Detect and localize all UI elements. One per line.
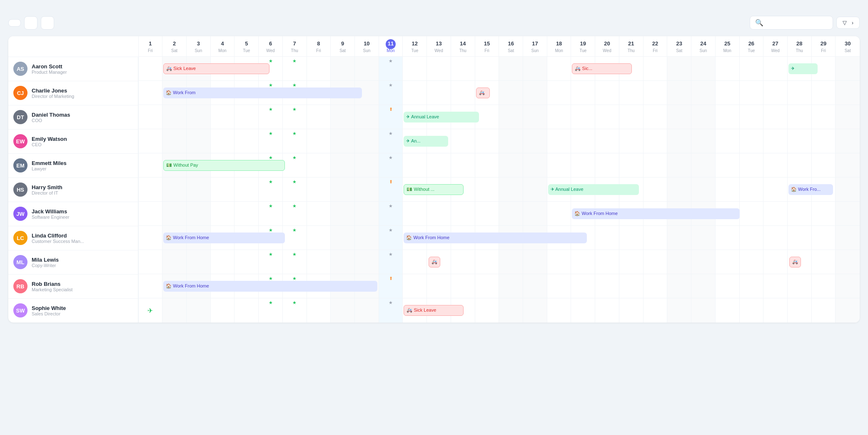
day-cell-emily-watson-16[interactable] xyxy=(499,129,523,153)
day-cell-sophie-white-23[interactable] xyxy=(667,298,691,322)
day-cell-aaron-scott-15[interactable] xyxy=(475,57,499,81)
prev-month-button[interactable] xyxy=(24,16,37,30)
day-cell-emily-watson-24[interactable] xyxy=(691,129,716,153)
day-cell-sophie-white-30[interactable] xyxy=(836,298,860,322)
day-cell-charlie-jones-1[interactable] xyxy=(138,81,162,105)
day-cell-emmett-miles-16[interactable] xyxy=(499,153,523,178)
day-cell-emmett-miles-18[interactable] xyxy=(547,153,571,178)
day-cell-aaron-scott-14[interactable] xyxy=(451,57,475,81)
leave-block-without-pay[interactable]: 💵 Without Pay xyxy=(163,160,285,171)
day-cell-emmett-miles-7[interactable]: ★ xyxy=(282,153,307,178)
day-cell-jack-williams-4[interactable] xyxy=(210,202,234,226)
leave-block-work-from[interactable]: 🏠 Work Fro... xyxy=(788,184,833,195)
day-cell-emmett-miles-23[interactable] xyxy=(667,153,691,178)
day-cell-harry-smith-4[interactable] xyxy=(210,178,234,202)
day-cell-emmett-miles-15[interactable] xyxy=(475,153,499,178)
day-cell-charlie-jones-17[interactable] xyxy=(523,81,547,105)
day-cell-emily-watson-11[interactable]: ★ xyxy=(379,129,403,153)
day-cell-harry-smith-9[interactable] xyxy=(331,178,355,202)
day-cell-jack-williams-28[interactable] xyxy=(787,202,811,226)
day-cell-sophie-white-21[interactable] xyxy=(619,298,643,322)
day-cell-jack-williams-2[interactable] xyxy=(162,202,187,226)
day-cell-jack-williams-19[interactable]: 🏠 Work From Home xyxy=(571,202,595,226)
day-cell-linda-clifford-27[interactable] xyxy=(763,226,788,250)
day-cell-rob-brians-11[interactable]: ⬆ xyxy=(379,274,403,298)
day-cell-mila-lewis-13[interactable]: 🚑 xyxy=(427,250,451,274)
day-cell-aaron-scott-30[interactable] xyxy=(836,57,860,81)
day-cell-emily-watson-9[interactable] xyxy=(331,129,355,153)
day-cell-emily-watson-20[interactable] xyxy=(595,129,619,153)
day-cell-aaron-scott-1[interactable] xyxy=(138,57,162,81)
day-cell-emmett-miles-19[interactable] xyxy=(571,153,595,178)
leave-sick-icon[interactable]: 🚑 xyxy=(429,257,440,268)
day-cell-linda-clifford-12[interactable]: 🏠 Work From Home xyxy=(403,226,427,250)
day-cell-rob-brians-14[interactable] xyxy=(451,274,475,298)
day-cell-daniel-thomas-9[interactable] xyxy=(331,105,355,129)
next-month-button[interactable] xyxy=(41,16,54,30)
day-cell-daniel-thomas-27[interactable] xyxy=(763,105,788,129)
day-cell-linda-clifford-23[interactable] xyxy=(667,226,691,250)
leave-block-work-from[interactable]: 🏠 Work From Home xyxy=(163,281,377,292)
day-cell-mila-lewis-12[interactable] xyxy=(403,250,427,274)
day-cell-jack-williams-30[interactable] xyxy=(836,202,860,226)
day-cell-linda-clifford-28[interactable] xyxy=(787,226,811,250)
day-cell-sophie-white-24[interactable] xyxy=(691,298,716,322)
day-cell-daniel-thomas-18[interactable] xyxy=(547,105,571,129)
day-cell-emily-watson-17[interactable] xyxy=(523,129,547,153)
day-cell-daniel-thomas-17[interactable] xyxy=(523,105,547,129)
day-cell-charlie-jones-21[interactable] xyxy=(619,81,643,105)
day-cell-mila-lewis-24[interactable] xyxy=(691,250,716,274)
day-cell-jack-williams-18[interactable] xyxy=(547,202,571,226)
day-cell-sophie-white-28[interactable] xyxy=(787,298,811,322)
day-cell-aaron-scott-28[interactable]: ✈ xyxy=(787,57,811,81)
day-cell-jack-williams-14[interactable] xyxy=(451,202,475,226)
day-cell-jack-williams-8[interactable] xyxy=(307,202,331,226)
day-cell-mila-lewis-3[interactable] xyxy=(186,250,210,274)
day-cell-mila-lewis-5[interactable] xyxy=(234,250,259,274)
day-cell-emmett-miles-27[interactable] xyxy=(763,153,788,178)
day-cell-emmett-miles-21[interactable] xyxy=(619,153,643,178)
day-cell-mila-lewis-22[interactable] xyxy=(643,250,667,274)
day-cell-mila-lewis-11[interactable]: ★ xyxy=(379,250,403,274)
day-cell-sophie-white-20[interactable] xyxy=(595,298,619,322)
day-cell-rob-brians-20[interactable] xyxy=(595,274,619,298)
day-cell-sophie-white-4[interactable] xyxy=(210,298,234,322)
day-cell-mila-lewis-19[interactable] xyxy=(571,250,595,274)
day-cell-emmett-miles-20[interactable] xyxy=(595,153,619,178)
day-cell-mila-lewis-7[interactable]: ★ xyxy=(282,250,307,274)
day-cell-jack-williams-11[interactable]: ★ xyxy=(379,202,403,226)
day-cell-linda-clifford-9[interactable] xyxy=(331,226,355,250)
day-cell-emily-watson-28[interactable] xyxy=(787,129,811,153)
day-cell-harry-smith-27[interactable] xyxy=(763,178,788,202)
day-cell-linda-clifford-22[interactable] xyxy=(643,226,667,250)
search-input[interactable] xyxy=(766,20,828,26)
search-box[interactable]: 🔍 xyxy=(750,16,833,30)
day-cell-rob-brians-2[interactable]: 🏠 Work From Home xyxy=(162,274,187,298)
leave-block-annual[interactable]: ✈ Annual Leave xyxy=(404,112,479,122)
day-cell-daniel-thomas-10[interactable] xyxy=(355,105,379,129)
day-cell-daniel-thomas-6[interactable]: ★ xyxy=(259,105,283,129)
day-cell-charlie-jones-13[interactable] xyxy=(427,81,451,105)
leave-block-work-from[interactable]: 🏠 Work From Home xyxy=(163,232,285,243)
day-cell-emmett-miles-28[interactable] xyxy=(787,153,811,178)
day-cell-linda-clifford-30[interactable] xyxy=(836,226,860,250)
day-cell-emily-watson-5[interactable] xyxy=(234,129,259,153)
day-cell-sophie-white-6[interactable]: ★ xyxy=(259,298,283,322)
day-cell-rob-brians-12[interactable] xyxy=(403,274,427,298)
day-cell-harry-smith-5[interactable] xyxy=(234,178,259,202)
day-cell-mila-lewis-15[interactable] xyxy=(475,250,499,274)
day-cell-emily-watson-2[interactable] xyxy=(162,129,187,153)
day-cell-emily-watson-7[interactable]: ★ xyxy=(282,129,307,153)
day-cell-daniel-thomas-3[interactable] xyxy=(186,105,210,129)
day-cell-mila-lewis-18[interactable] xyxy=(547,250,571,274)
day-cell-harry-smith-7[interactable]: ★ xyxy=(282,178,307,202)
day-cell-sophie-white-17[interactable] xyxy=(523,298,547,322)
day-cell-emily-watson-18[interactable] xyxy=(547,129,571,153)
day-cell-rob-brians-18[interactable] xyxy=(547,274,571,298)
day-cell-jack-williams-6[interactable]: ★ xyxy=(259,202,283,226)
day-cell-daniel-thomas-29[interactable] xyxy=(811,105,836,129)
day-cell-charlie-jones-16[interactable] xyxy=(499,81,523,105)
day-cell-charlie-jones-23[interactable] xyxy=(667,81,691,105)
day-cell-mila-lewis-9[interactable] xyxy=(331,250,355,274)
day-cell-sophie-white-8[interactable] xyxy=(307,298,331,322)
